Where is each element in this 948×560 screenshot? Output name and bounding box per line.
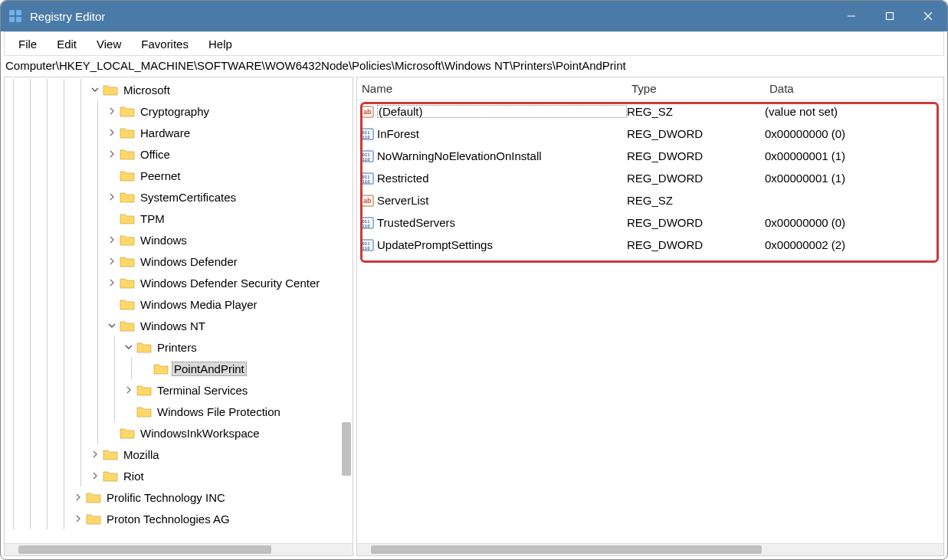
tree-label[interactable]: Windows File Protection [155,404,283,419]
tree-item-windows[interactable]: Windows [5,229,353,251]
tree-item-cryptography[interactable]: Cryptography [5,100,353,122]
tree-label[interactable]: Cryptography [138,104,212,119]
menu-view[interactable]: View [87,34,130,54]
chevron-right-icon[interactable] [106,234,118,246]
chevron-right-icon[interactable] [106,191,118,203]
tree-item-windows-defender-security-center[interactable]: Windows Defender Security Center [5,272,353,293]
tree-label[interactable]: Peernet [138,169,183,183]
tree-item-tpm[interactable]: TPM [5,208,353,229]
values-hscroll[interactable] [357,543,943,555]
tree-label[interactable]: Riot [121,469,146,483]
tree-label[interactable]: TPM [138,211,167,226]
value-row[interactable]: InForestREG_DWORD0x00000000 (0) [357,123,943,145]
tree-item-windows-file-protection[interactable]: Windows File Protection [5,401,353,422]
chevron-right-icon[interactable] [106,277,118,289]
tree-label[interactable]: Hardware [138,126,192,140]
tree-item-windows-media-player[interactable]: Windows Media Player [5,293,353,315]
tree-vscroll-thumb[interactable] [342,422,351,476]
tree-label[interactable]: Windows Defender Security Center [138,276,322,290]
chevron-right-icon[interactable] [106,105,118,117]
maximize-button[interactable] [871,1,909,31]
chevron-right-icon[interactable] [72,513,84,525]
value-row[interactable]: RestrictedREG_DWORD0x00000001 (1) [357,167,943,189]
chevron-right-icon[interactable] [106,148,118,160]
tree-label[interactable]: SystemCertificates [138,190,238,205]
chevron-right-icon[interactable] [106,255,118,267]
tree-label[interactable]: Windows Defender [138,254,240,269]
tree-label[interactable]: Windows [138,233,189,247]
window-title: Registry Editor [30,10,105,23]
col-header-name[interactable]: Name [357,82,627,95]
value-name[interactable]: Restricted [377,172,627,185]
minimize-button[interactable] [832,1,871,31]
value-type: REG_DWORD [627,149,765,162]
value-name[interactable]: UpdatePromptSettings [377,238,627,251]
value-data: 0x00000002 (2) [765,238,943,251]
values-body[interactable]: (Default)REG_SZ(value not set)InForestRE… [357,100,943,543]
folder-icon [103,84,118,96]
value-name[interactable]: (Default) [377,105,627,118]
tree-label[interactable]: Windows NT [138,319,208,333]
tree-item-prolific-technology-inc[interactable]: Prolific Technology INC [5,486,353,508]
value-row[interactable]: TrustedServersREG_DWORD0x00000000 (0) [357,211,943,234]
value-data: 0x00000000 (0) [765,127,943,140]
chevron-right-icon[interactable] [123,384,135,396]
registry-tree[interactable]: MicrosoftCryptographyHardwareOfficePeern… [5,77,353,543]
tree-item-terminal-services[interactable]: Terminal Services [5,379,353,401]
tree-label[interactable]: Terminal Services [155,383,250,398]
tree-label[interactable]: WindowsInkWorkspace [138,426,262,440]
tree-hscroll[interactable] [5,543,353,555]
menu-file[interactable]: File [9,34,46,54]
value-name[interactable]: InForest [377,127,627,140]
tree-item-peernet[interactable]: Peernet [5,165,353,186]
tree-label[interactable]: Mozilla [121,447,162,462]
tree-item-systemcertificates[interactable]: SystemCertificates [5,186,353,208]
tree-item-mozilla[interactable]: Mozilla [5,444,353,465]
value-name[interactable]: ServerList [377,194,627,207]
tree-label[interactable]: Office [138,147,172,162]
chevron-right-icon[interactable] [72,491,84,503]
value-row[interactable]: NoWarningNoElevationOnInstallREG_DWORD0x… [357,145,943,167]
tree-item-proton-technologies-ag[interactable]: Proton Technologies AG [5,508,353,529]
tree-item-windows-defender[interactable]: Windows Defender [5,251,353,272]
chevron-down-icon[interactable] [106,319,118,332]
tree-item-printers[interactable]: Printers [5,336,353,358]
tree-item-riot[interactable]: Riot [5,465,353,486]
menu-favorites[interactable]: Favorites [132,34,198,54]
tree-item-windowsinkworkspace[interactable]: WindowsInkWorkspace [5,422,353,444]
tree-label[interactable]: Windows Media Player [138,297,260,312]
close-button[interactable] [909,1,947,31]
chevron-down-icon[interactable] [123,341,135,353]
folder-icon [136,405,152,418]
chevron-right-icon[interactable] [106,126,118,139]
tree-item-hardware[interactable]: Hardware [5,122,353,143]
tree-label[interactable]: Prolific Technology INC [104,490,228,505]
menu-help[interactable]: Help [199,34,241,54]
col-header-data[interactable]: Data [765,82,943,95]
tree-item-pointandprint[interactable]: PointAndPrint [5,358,353,379]
reg-dword-icon [360,216,374,230]
address-bar[interactable]: Computer\HKEY_LOCAL_MACHINE\SOFTWARE\WOW… [1,56,947,77]
tree-item-microsoft[interactable]: Microsoft [5,79,353,100]
tree-label[interactable]: Microsoft [121,83,172,97]
tree-label[interactable]: Printers [155,340,199,355]
chevron-right-icon[interactable] [89,470,101,482]
svg-rect-1 [16,10,21,15]
chevron-right-icon[interactable] [89,448,101,460]
value-data: (value not set) [765,105,943,118]
value-row[interactable]: ServerListREG_SZ [357,189,943,211]
value-row[interactable]: UpdatePromptSettingsREG_DWORD0x00000002 … [357,234,943,256]
tree-label[interactable]: Proton Technologies AG [104,512,232,526]
value-row[interactable]: (Default)REG_SZ(value not set) [357,100,943,123]
folder-icon [86,491,101,503]
col-header-type[interactable]: Type [627,82,765,95]
value-name[interactable]: TrustedServers [377,216,627,229]
chevron-down-icon[interactable] [89,84,101,96]
menu-edit[interactable]: Edit [48,34,86,54]
tree-item-office[interactable]: Office [5,143,353,165]
value-type: REG_DWORD [627,216,765,229]
value-type: REG_DWORD [627,172,765,185]
value-name[interactable]: NoWarningNoElevationOnInstall [377,149,627,162]
tree-item-windows-nt[interactable]: Windows NT [5,315,353,336]
tree-label[interactable]: PointAndPrint [172,362,247,376]
